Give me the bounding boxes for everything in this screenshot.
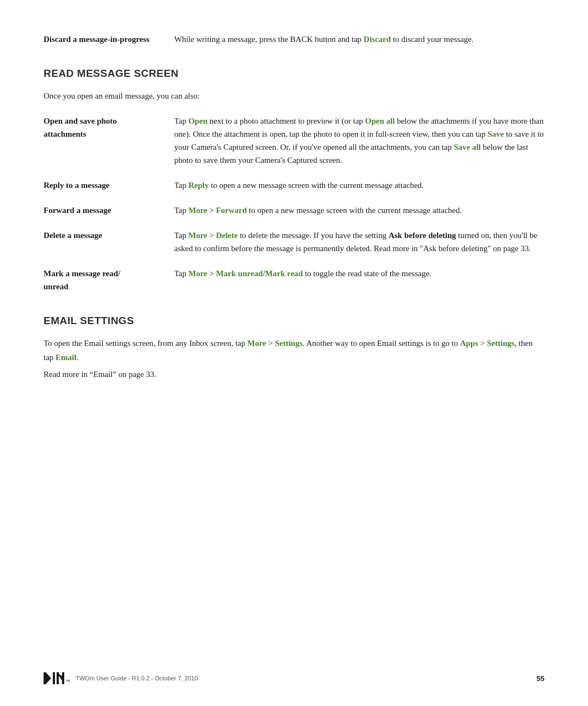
- email-settings-section: EMAIL SETTINGS To open the Email setting…: [44, 315, 544, 382]
- kin-logo-svg: [44, 672, 64, 684]
- list-item: Mark a message read/unread Tap More > Ma…: [44, 267, 544, 293]
- email-settings-header: EMAIL SETTINGS: [44, 315, 544, 327]
- more-keyword-mark: More: [188, 269, 207, 278]
- forward-keyword: Forward: [216, 206, 247, 215]
- email-settings-line2: Read more in “Email” on page 33.: [44, 368, 544, 382]
- item-term-mark: Mark a message read/unread: [44, 267, 152, 293]
- mark-unread-keyword: Mark unread/Mark read: [216, 269, 303, 278]
- discard-bold: Discard: [364, 35, 391, 44]
- open-all-keyword: Open all: [365, 117, 395, 125]
- list-item: Open and save photo attachments Tap Open…: [44, 114, 544, 167]
- reply-keyword: Reply: [188, 181, 209, 190]
- svg-rect-0: [44, 672, 46, 684]
- more-keyword-settings: More: [247, 339, 266, 348]
- email-settings-line1: To open the Email settings screen, from …: [44, 337, 544, 364]
- read-message-section: READ MESSAGE SCREEN Once you open an ema…: [44, 68, 544, 293]
- discard-term: Discard a message-in-progress: [44, 33, 152, 46]
- save-all-keyword: Save all: [454, 143, 481, 151]
- email-settings-text: To open the Email settings screen, from …: [44, 337, 544, 382]
- svg-rect-4: [53, 672, 55, 684]
- item-term-delete: Delete a message: [44, 229, 152, 242]
- item-desc-open-save: Tap Open next to a photo attachment to p…: [174, 114, 544, 167]
- svg-marker-2: [46, 672, 51, 678]
- open-keyword: Open: [188, 117, 207, 125]
- item-desc-forward: Tap More > Forward to open a new message…: [174, 204, 544, 217]
- discard-desc: While writing a message, press the BACK …: [174, 33, 544, 46]
- apps-keyword: Apps: [460, 339, 478, 348]
- more-keyword-delete: More: [188, 231, 207, 240]
- item-term-forward: Forward a message: [44, 204, 152, 217]
- item-desc-delete: Tap More > Delete to delete the message.…: [174, 229, 544, 255]
- delete-keyword: Delete: [216, 231, 238, 240]
- footer-page-number: 55: [537, 674, 544, 683]
- ask-before-deleting-keyword: Ask before deleting: [389, 231, 456, 240]
- list-item: Reply to a message Tap Reply to open a n…: [44, 179, 544, 192]
- svg-marker-3: [46, 678, 51, 684]
- item-term-reply: Reply to a message: [44, 179, 152, 192]
- item-desc-mark: Tap More > Mark unread/Mark read to togg…: [174, 267, 544, 280]
- footer-left: ™ TWOm User Guide - R1.0.2 - October 7, …: [44, 672, 198, 684]
- settings-keyword: Settings: [275, 339, 303, 348]
- discard-section: Discard a message-in-progress While writ…: [44, 33, 544, 46]
- kin-logo: ™: [44, 672, 70, 684]
- email-keyword: Email: [56, 353, 76, 362]
- more-keyword-forward: More: [188, 206, 207, 215]
- item-desc-reply: Tap Reply to open a new message screen w…: [174, 179, 544, 192]
- settings-keyword2: Settings: [487, 339, 514, 348]
- footer: ™ TWOm User Guide - R1.0.2 - October 7, …: [44, 672, 544, 684]
- list-item: Delete a message Tap More > Delete to de…: [44, 229, 544, 255]
- item-term-open-save: Open and save photo attachments: [44, 114, 152, 141]
- read-message-header: READ MESSAGE SCREEN: [44, 68, 544, 80]
- read-message-list: Open and save photo attachments Tap Open…: [44, 114, 544, 293]
- read-message-intro: Once you open an email message, you can …: [44, 89, 544, 102]
- save-keyword: Save: [488, 130, 504, 138]
- footer-guide-text: TWOm User Guide - R1.0.2 - October 7, 20…: [76, 675, 198, 681]
- page: Discard a message-in-progress While writ…: [0, 0, 588, 706]
- list-item: Forward a message Tap More > Forward to …: [44, 204, 544, 217]
- kin-trademark: ™: [65, 679, 70, 684]
